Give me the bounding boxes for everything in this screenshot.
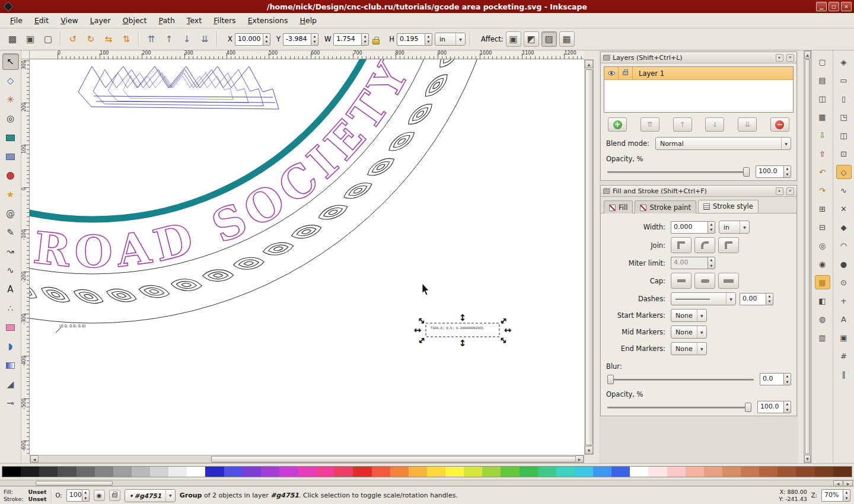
menu-view[interactable]: View: [55, 14, 84, 27]
master-opacity-slider[interactable]: [606, 401, 753, 413]
star-tool[interactable]: ★: [2, 186, 19, 203]
lock-aspect-ratio-icon[interactable]: [372, 39, 380, 44]
palette-swatch[interactable]: [334, 467, 353, 477]
panel-iconify-button[interactable]: [776, 54, 783, 62]
palette-scroll-right-button[interactable]: [843, 480, 853, 486]
panel-close-button[interactable]: [786, 54, 794, 62]
affect-stroke-toggle[interactable]: ▣: [506, 31, 521, 47]
x-spinbox[interactable]: 10.000: [235, 33, 270, 46]
horizontal-scroll-thumb[interactable]: [211, 456, 576, 462]
deselect-button[interactable]: ▢: [40, 31, 56, 47]
join-bevel-button[interactable]: [718, 237, 739, 253]
raise-button[interactable]: ↑: [161, 31, 177, 47]
spiral-tool[interactable]: @: [2, 205, 19, 222]
palette-swatch[interactable]: [648, 467, 667, 477]
master-opacity-spinbox[interactable]: 100.0: [757, 401, 791, 413]
snap-enable-button[interactable]: ◈: [836, 55, 852, 69]
calligraphy-tool[interactable]: ∿: [2, 262, 19, 279]
layer-row[interactable]: Layer 1: [604, 67, 793, 80]
affect-corners-toggle[interactable]: ◩: [524, 31, 539, 47]
miter-limit-spinbox[interactable]: 4.00: [671, 257, 715, 269]
dash-offset-spinbox[interactable]: 0.00: [740, 293, 773, 305]
palette-swatch[interactable]: [261, 467, 279, 477]
palette-swatch[interactable]: [21, 467, 39, 477]
layers-opacity-spinbox[interactable]: 100.0: [756, 165, 791, 178]
menu-edit[interactable]: Edit: [29, 14, 54, 27]
palette-swatch[interactable]: [833, 467, 852, 477]
layer-lock-icon[interactable]: [619, 67, 633, 79]
blur-slider[interactable]: [606, 374, 755, 385]
selection-scale-handle[interactable]: ↕: [459, 338, 467, 349]
palette-swatch[interactable]: [372, 467, 390, 477]
mid-markers-dropdown[interactable]: None: [671, 326, 707, 339]
selection-scale-handle[interactable]: ↕: [459, 312, 467, 323]
palette-swatch[interactable]: [39, 467, 58, 477]
snap-grid-button[interactable]: #: [836, 349, 852, 363]
palette-swatch[interactable]: [611, 467, 630, 477]
palette-swatch[interactable]: [445, 467, 464, 477]
flip-horizontal-button[interactable]: ⇆: [101, 31, 116, 47]
toggle-grid-button[interactable]: ▦: [815, 275, 830, 289]
palette-swatch[interactable]: [759, 467, 777, 477]
cap-square-button[interactable]: [718, 273, 739, 289]
palette-swatch[interactable]: [205, 467, 224, 477]
raise-layer-to-top-button[interactable]: ⇈: [640, 117, 659, 132]
align-dialog-button[interactable]: ▥: [815, 330, 830, 344]
zoom-spinbox[interactable]: 70%: [821, 489, 850, 502]
undo-button[interactable]: ↶: [815, 165, 830, 179]
layer-visibility-icon[interactable]: [604, 67, 619, 79]
palette-swatch[interactable]: [575, 467, 593, 477]
palette-scroll-thumb[interactable]: [36, 481, 113, 486]
snap-paths-button[interactable]: ∿: [836, 183, 852, 197]
menu-extensions[interactable]: Extensions: [243, 14, 294, 27]
palette-swatch[interactable]: [77, 467, 95, 477]
drawing-canvas[interactable]: ROAD SOCIETY (0.0; 0.0; 0.0): [30, 59, 584, 455]
menu-path[interactable]: Path: [153, 14, 180, 27]
menu-help[interactable]: Help: [295, 14, 323, 27]
dock-scroll-down-button[interactable]: [804, 455, 811, 462]
snap-centers-button[interactable]: ⊡: [836, 146, 852, 161]
menu-object[interactable]: Object: [117, 14, 152, 27]
delete-layer-button[interactable]: −: [770, 117, 789, 132]
current-layer-dropdown[interactable]: #g4751: [125, 489, 176, 502]
palette-swatch[interactable]: [353, 467, 371, 477]
palette-swatch[interactable]: [58, 467, 76, 477]
lower-layer-button[interactable]: ↓: [705, 117, 724, 132]
new-document-button[interactable]: ▢: [815, 55, 830, 69]
palette-swatch[interactable]: [556, 467, 575, 477]
vertical-scrollbar[interactable]: [584, 59, 594, 455]
snap-nodes-button[interactable]: ◇: [836, 165, 852, 179]
bucket-tool[interactable]: ◗: [2, 338, 19, 355]
ellipse-tool[interactable]: [2, 167, 19, 184]
select-all-layers-button[interactable]: ▣: [23, 31, 38, 47]
new-layer-button[interactable]: +: [608, 117, 627, 132]
end-markers-dropdown[interactable]: None: [671, 342, 707, 355]
vertical-ruler[interactable]: 3002001000-100-200-300-400-500-600: [21, 59, 30, 455]
dock-scroll-up-button[interactable]: [804, 51, 811, 59]
palette-swatch[interactable]: [815, 467, 833, 477]
dock-scroll-thumb[interactable]: [805, 59, 810, 454]
object-opacity-spinbox[interactable]: 100: [66, 489, 90, 502]
horizontal-ruler[interactable]: 0100200300400500600700800900100011001200: [30, 50, 584, 59]
palette-swatch[interactable]: [150, 467, 168, 477]
titlebar[interactable]: /home/nick/Design/cnc-club.ru/tutorials/…: [0, 0, 854, 13]
vertical-scroll-thumb[interactable]: [585, 69, 593, 445]
dashes-dropdown[interactable]: [671, 292, 736, 305]
tweak-tool[interactable]: ✳: [2, 91, 19, 108]
save-document-button[interactable]: ◫: [815, 91, 830, 106]
panel-close-button[interactable]: [786, 187, 794, 195]
palette-swatch[interactable]: [482, 467, 501, 477]
eraser-tool[interactable]: [2, 319, 19, 336]
scroll-left-button[interactable]: [30, 455, 39, 462]
copy-button[interactable]: ⊞: [815, 202, 830, 216]
layer-lock-toggle[interactable]: [109, 490, 120, 501]
paste-button[interactable]: ⊟: [815, 220, 830, 234]
snap-bbox-edges-button[interactable]: ▯: [836, 91, 852, 106]
palette-scroll-left-button[interactable]: [833, 480, 843, 486]
menu-filters[interactable]: Filters: [208, 14, 241, 27]
snap-object-centers-button[interactable]: ⊙: [836, 275, 852, 289]
lower-to-bottom-button[interactable]: ⇊: [197, 31, 212, 47]
snap-midpoints-button[interactable]: ●: [836, 257, 852, 271]
palette-swatch[interactable]: [187, 467, 205, 477]
node-tool[interactable]: ◇: [2, 72, 19, 89]
